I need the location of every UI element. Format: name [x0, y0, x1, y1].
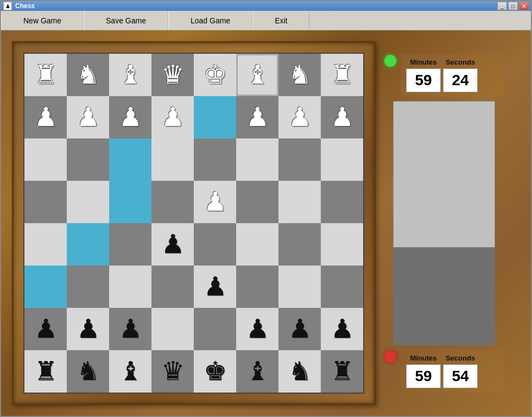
bottom-timer-row: Minutes Seconds 59 54 [384, 350, 504, 393]
menubar: New Game Save Game Load Game Exit [1, 11, 531, 30]
titlebar: ♟ Chess _ □ ✕ [1, 1, 531, 11]
cell-b5[interactable] [67, 181, 109, 223]
cell-g4[interactable] [278, 223, 321, 266]
top-minutes-display: 59 [406, 68, 441, 92]
top-minutes-label: Minutes [406, 58, 441, 66]
save-game-button[interactable]: Save Game [84, 11, 168, 30]
app-window: ♟ Chess _ □ ✕ New Game Save Game Load Ga… [0, 0, 532, 417]
move-log-area [393, 101, 495, 345]
cell-h1[interactable]: ♜ [321, 350, 363, 393]
cell-e4[interactable] [194, 223, 236, 266]
cell-d6[interactable] [151, 138, 194, 181]
cell-a7[interactable]: ♟ [24, 96, 67, 138]
exit-button[interactable]: Exit [252, 11, 309, 30]
cell-e8[interactable]: ♚ [194, 54, 236, 96]
cell-f6[interactable] [236, 138, 278, 181]
cell-g8[interactable]: ♞ [278, 54, 321, 96]
cell-e6[interactable] [194, 138, 236, 181]
cell-f3[interactable] [236, 266, 278, 308]
cell-h8[interactable]: ♜ [321, 54, 363, 96]
top-timer-values: 59 24 [406, 68, 498, 92]
cell-b6[interactable] [67, 138, 109, 181]
cell-b1[interactable]: ♞ [67, 350, 109, 393]
cell-e5[interactable]: ♟ [194, 181, 236, 223]
cell-f1[interactable]: ♝ [236, 350, 278, 393]
cell-c5[interactable] [109, 181, 151, 223]
cell-g5[interactable] [278, 181, 321, 223]
cell-d4[interactable]: ♟ [151, 223, 194, 266]
cell-h7[interactable]: ♟ [321, 96, 363, 138]
cell-b3[interactable] [67, 266, 109, 308]
cell-a1[interactable]: ♜ [24, 350, 67, 393]
move-log-light [393, 101, 495, 248]
cell-c6[interactable] [109, 138, 151, 181]
cell-h3[interactable] [321, 266, 363, 308]
bottom-seconds-label: Seconds [443, 354, 478, 362]
app-icon: ♟ [3, 2, 12, 10]
board-container: ♜ ♞ ♝ ♛ ♚ ♝ ♞ ♜ ♟ ♟ ♟ ♟ ♟ ♟ ♟ [12, 41, 376, 405]
cell-d7[interactable]: ♟ [151, 96, 194, 138]
cell-h6[interactable] [321, 138, 363, 181]
cell-a6[interactable] [24, 138, 67, 181]
cell-g2[interactable]: ♟ [278, 308, 321, 350]
titlebar-controls: _ □ ✕ [497, 2, 529, 10]
top-timer-row: Minutes Seconds 59 24 [384, 54, 504, 97]
top-timer-labels: Minutes Seconds [406, 58, 498, 66]
cell-e2[interactable] [194, 308, 236, 350]
close-button[interactable]: ✕ [519, 2, 529, 10]
load-game-button[interactable]: Load Game [168, 11, 252, 30]
cell-e7[interactable] [194, 96, 236, 138]
cell-b2[interactable]: ♟ [67, 308, 109, 350]
cell-d1[interactable]: ♛ [151, 350, 194, 393]
bottom-timer: Minutes Seconds 59 54 [401, 350, 504, 393]
cell-a8[interactable]: ♜ [24, 54, 67, 96]
cell-d5[interactable] [151, 181, 194, 223]
chess-board[interactable]: ♜ ♞ ♝ ♛ ♚ ♝ ♞ ♜ ♟ ♟ ♟ ♟ ♟ ♟ ♟ [23, 53, 364, 394]
cell-e1[interactable]: ♚ [194, 350, 236, 393]
cell-a4[interactable] [24, 223, 67, 266]
cell-h4[interactable] [321, 223, 363, 266]
cell-c4[interactable] [109, 223, 151, 266]
cell-f5[interactable] [236, 181, 278, 223]
bottom-timer-values: 59 54 [406, 364, 498, 388]
bottom-seconds-display: 54 [443, 364, 478, 388]
cell-g6[interactable] [278, 138, 321, 181]
cell-e3[interactable]: ♟ [194, 266, 236, 308]
new-game-button[interactable]: New Game [1, 11, 84, 30]
cell-c3[interactable] [109, 266, 151, 308]
cell-g3[interactable] [278, 266, 321, 308]
top-seconds-label: Seconds [443, 58, 478, 66]
move-log-dark [393, 248, 495, 345]
top-seconds-display: 24 [443, 68, 478, 92]
cell-a3[interactable] [24, 266, 67, 308]
cell-a5[interactable] [24, 181, 67, 223]
minimize-button[interactable]: _ [497, 2, 507, 10]
main-content: ♜ ♞ ♝ ♛ ♚ ♝ ♞ ♜ ♟ ♟ ♟ ♟ ♟ ♟ ♟ [1, 30, 531, 416]
cell-d2[interactable] [151, 308, 194, 350]
cell-f4[interactable] [236, 223, 278, 266]
cell-d3[interactable] [151, 266, 194, 308]
cell-f8[interactable]: ♝ [236, 54, 278, 96]
cell-d8[interactable]: ♛ [151, 54, 194, 96]
cell-g1[interactable]: ♞ [278, 350, 321, 393]
cell-g7[interactable]: ♟ [278, 96, 321, 138]
cell-f7[interactable]: ♟ [236, 96, 278, 138]
cell-b7[interactable]: ♟ [67, 96, 109, 138]
cell-c1[interactable]: ♝ [109, 350, 151, 393]
cell-b4[interactable] [67, 223, 109, 266]
cell-b8[interactable]: ♞ [67, 54, 109, 96]
bottom-minutes-display: 59 [406, 364, 441, 388]
cell-c7[interactable]: ♟ [109, 96, 151, 138]
cell-h2[interactable]: ♟ [321, 308, 363, 350]
bottom-indicator [384, 351, 396, 363]
cell-f2[interactable]: ♟ [236, 308, 278, 350]
top-indicator [384, 55, 396, 67]
cell-c2[interactable]: ♟ [109, 308, 151, 350]
bottom-timer-labels: Minutes Seconds [406, 354, 498, 362]
maximize-button[interactable]: □ [508, 2, 518, 10]
cell-c8[interactable]: ♝ [109, 54, 151, 96]
cell-h5[interactable] [321, 181, 363, 223]
top-timer: Minutes Seconds 59 24 [401, 54, 504, 97]
sidebar: Minutes Seconds 59 24 [384, 54, 504, 393]
cell-a2[interactable]: ♟ [24, 308, 67, 350]
